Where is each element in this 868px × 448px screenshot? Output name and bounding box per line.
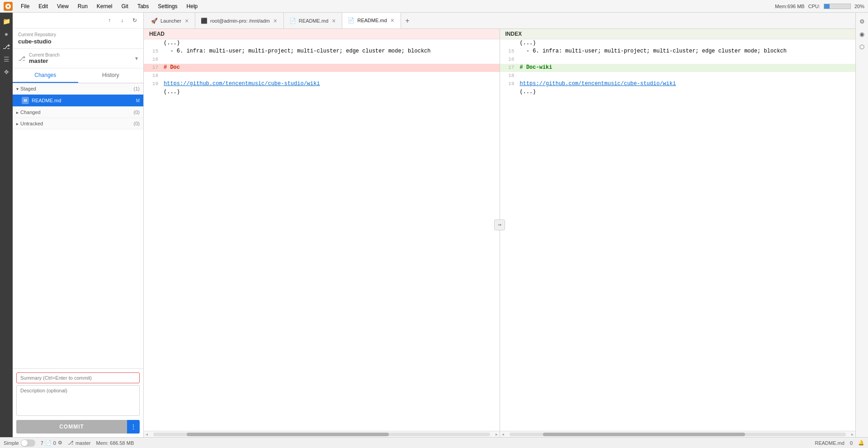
line-num — [500, 40, 518, 47]
tab-readme1-close[interactable]: × — [331, 17, 336, 24]
file-name: README.md — [32, 98, 136, 103]
circle-icon[interactable]: ● — [1, 29, 11, 39]
tab-terminal-close[interactable]: × — [273, 17, 278, 24]
untracked-label: Untracked — [20, 121, 134, 126]
diff-viewer: HEAD (...) 15 - 6. infra: multi-user; mu… — [144, 29, 855, 437]
git-panel-header: ↑ ↓ ↻ — [13, 13, 143, 29]
puzzle-icon[interactable]: ❖ — [1, 67, 11, 77]
diff-line: 15 - 6. infra: multi-user; multi-project… — [500, 48, 856, 56]
menu-edit[interactable]: Edit — [35, 2, 52, 10]
tab-launcher-close[interactable]: × — [184, 17, 189, 24]
right-sidebar: ⚙ ◉ ⬡ — [855, 13, 868, 437]
line-num — [500, 89, 518, 96]
index-scroll-left[interactable]: ◂ — [500, 432, 506, 437]
swap-panes-button[interactable]: ⇒ — [494, 219, 505, 230]
refresh-button[interactable]: ↻ — [130, 15, 140, 25]
index-scrollbar[interactable] — [509, 433, 846, 436]
zero-status: 0 — [53, 440, 56, 446]
repository-section: Current Repository cube-studio — [13, 29, 143, 49]
file-item-readme[interactable]: M README.md M — [13, 95, 143, 107]
tab-readme2-label: README.md — [357, 18, 387, 23]
branch-section[interactable]: ⎇ Current Branch master ▾ — [13, 49, 143, 68]
status-right: README.md 0 🔔 — [815, 440, 864, 446]
tab-history[interactable]: History — [78, 68, 144, 83]
index-pane: INDEX (...) 15 - 6. infra: multi-user; m… — [500, 29, 856, 437]
line-content: - 6. infra: multi-user; multi-project; m… — [518, 48, 856, 55]
description-input[interactable] — [16, 385, 140, 416]
folder-icon[interactable]: 📁 — [1, 16, 11, 26]
line-num: 18 — [500, 72, 518, 80]
tab-readme-1[interactable]: 📄 README.md × — [284, 13, 343, 29]
head-scrollbar-thumb — [187, 433, 389, 436]
tab-readme2-close[interactable]: × — [390, 17, 395, 24]
menu-settings[interactable]: Settings — [154, 2, 181, 10]
line-content: (...) — [518, 89, 856, 96]
app-icon — [4, 2, 13, 11]
index-scroll-right[interactable]: ▸ — [849, 432, 855, 437]
plug-right-icon[interactable]: ⬡ — [857, 42, 867, 52]
diff-line: 19 https://github.com/tencentmusic/cube-… — [500, 80, 856, 88]
menu-kernel[interactable]: Kernel — [93, 2, 116, 10]
changes-list: ▾ Staged (1) M README.md M ▸ Changed (0)… — [13, 83, 143, 368]
index-diff-content[interactable]: (...) 15 - 6. infra: multi-user; multi-p… — [500, 39, 856, 431]
line-content — [518, 56, 856, 63]
upload-button[interactable]: ↑ — [104, 15, 114, 25]
head-diff-content[interactable]: (...) 15 - 6. infra: multi-user; multi-p… — [144, 39, 500, 431]
commit-more-button[interactable]: ⋮ — [127, 420, 140, 434]
index-scrollbar-thumb — [543, 433, 745, 436]
menu-git[interactable]: Git — [118, 2, 132, 10]
branch-status-icon: ⎇ — [68, 440, 74, 446]
diff-divider: ⇒ — [500, 29, 500, 437]
changed-section-header[interactable]: ▸ Changed (0) — [13, 107, 143, 118]
status-count: 7 📄 0 ⚙ — [41, 440, 62, 446]
menu-run[interactable]: Run — [74, 2, 91, 10]
tab-readme-2[interactable]: 📄 README.md × — [342, 13, 401, 29]
status-memory: Mem: 686.58 MB — [96, 440, 134, 446]
git-icon[interactable]: ⎇ — [1, 42, 11, 52]
changed-arrow-icon: ▸ — [16, 110, 19, 115]
commit-button[interactable]: COMMIT — [16, 420, 127, 434]
menu-file[interactable]: File — [17, 2, 33, 10]
diff-line: 16 — [500, 56, 856, 64]
repo-label: Current Repository — [18, 32, 138, 37]
new-tab-button[interactable]: + — [401, 14, 414, 27]
count-value: 7 — [41, 440, 43, 446]
simple-toggle[interactable] — [21, 439, 35, 447]
menu-help[interactable]: Help — [183, 2, 202, 10]
summary-input[interactable] — [16, 372, 140, 383]
scroll-right-arrow[interactable]: ▸ — [494, 432, 500, 437]
status-bar: Simple 7 📄 0 ⚙ ⎇ master Mem: 686.58 MB R… — [0, 437, 868, 448]
tab-launcher[interactable]: 🚀 Launcher × — [146, 13, 195, 29]
changed-count: (0) — [134, 110, 140, 115]
bell-icon[interactable]: 🔔 — [858, 440, 864, 446]
scroll-left-arrow[interactable]: ◂ — [144, 432, 150, 437]
file-badge-m: M — [22, 97, 29, 104]
mode-label: Simple — [4, 440, 19, 446]
tab-terminal-icon: ⬛ — [201, 18, 208, 24]
staged-count: (1) — [134, 86, 140, 91]
download-button[interactable]: ↓ — [117, 15, 127, 25]
memory-display: Mem:696 MB — [775, 4, 804, 9]
line-content: (...) — [162, 89, 500, 96]
tab-bar: 🚀 Launcher × ⬛ root@admin-pro: /mnt/adm … — [144, 13, 855, 29]
toggle-knob — [21, 440, 28, 446]
index-scroll[interactable]: ◂ ▸ — [500, 431, 856, 437]
branch-name: master — [29, 57, 135, 64]
staged-section-header[interactable]: ▾ Staged (1) — [13, 83, 143, 95]
line-content: https://github.com/tencentmusic/cube-stu… — [162, 81, 500, 88]
cpu-bar-fill — [824, 4, 830, 9]
head-scroll[interactable]: ◂ ▸ — [144, 431, 500, 437]
head-pane: HEAD (...) 15 - 6. infra: multi-user; mu… — [144, 29, 500, 437]
menu-view[interactable]: View — [53, 2, 72, 10]
memory-status: Mem: 686.58 MB — [96, 440, 134, 446]
camera-right-icon[interactable]: ◉ — [857, 29, 867, 39]
branch-dropdown-icon[interactable]: ▾ — [135, 55, 138, 62]
menu-tabs[interactable]: Tabs — [134, 2, 152, 10]
settings-right-icon[interactable]: ⚙ — [857, 16, 867, 26]
tab-terminal[interactable]: ⬛ root@admin-pro: /mnt/adm × — [195, 13, 284, 29]
head-scrollbar[interactable] — [153, 433, 490, 436]
line-content: (...) — [518, 40, 856, 47]
tab-changes[interactable]: Changes — [13, 68, 78, 83]
untracked-section-header[interactable]: ▸ Untracked (0) — [13, 118, 143, 129]
list-icon[interactable]: ☰ — [1, 54, 11, 64]
